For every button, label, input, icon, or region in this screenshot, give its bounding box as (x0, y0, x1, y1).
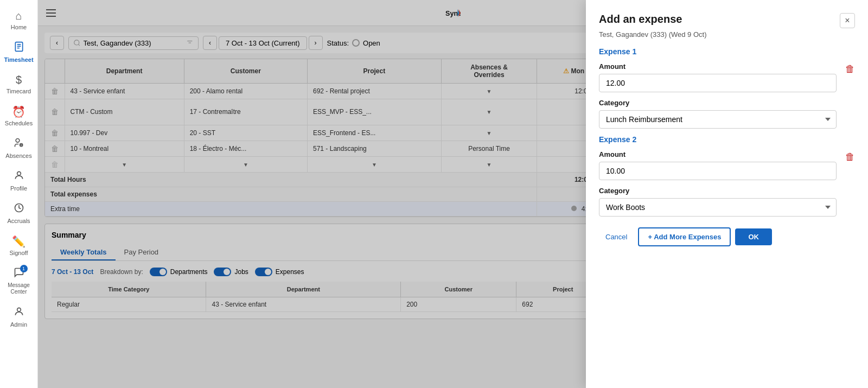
sidebar-item-absences[interactable]: Absences (0, 132, 37, 164)
timecard-icon: $ (16, 74, 22, 86)
svg-point-4 (16, 139, 20, 143)
sidebar-item-schedules[interactable]: ⏰ Schedules (0, 100, 37, 132)
sidebar-item-timecard[interactable]: $ Timecard (0, 68, 37, 100)
absences-icon (14, 137, 24, 151)
expense-1-amount-input[interactable] (599, 74, 837, 92)
sidebar-item-home[interactable]: ⌂ Home (0, 4, 37, 36)
expense-panel: Add an expense × Test, Gagandev (333) (W… (586, 0, 868, 388)
delete-expense-1-icon[interactable]: 🗑 (845, 63, 855, 75)
expense-2-fields: Amount Category Lunch Reimbursement Work… (599, 150, 837, 223)
expense-2-title: Expense 2 (599, 135, 855, 144)
ok-button[interactable]: OK (735, 228, 772, 245)
sidebar-item-label: Accruals (7, 218, 30, 224)
schedules-icon: ⏰ (12, 105, 25, 118)
accruals-icon (14, 202, 24, 216)
timesheet-icon (14, 41, 24, 55)
expense-1-category-label: Category (599, 99, 837, 107)
sidebar-item-accruals[interactable]: Accruals (0, 197, 37, 230)
close-button[interactable]: × (840, 13, 855, 28)
sidebar-item-label: Schedules (5, 120, 33, 126)
sidebar: ⌂ Home Timesheet $ Timecard ⏰ Schedules … (0, 0, 38, 388)
sidebar-item-label: Admin (10, 321, 27, 328)
message-badge: 1 (20, 265, 28, 272)
sidebar-item-profile[interactable]: Profile (0, 164, 37, 197)
expense-1-fields: Amount Category Lunch Reimbursement Work… (599, 62, 837, 135)
svg-point-6 (17, 171, 21, 175)
sidebar-item-label: Profile (10, 185, 27, 192)
cancel-button[interactable]: Cancel (599, 228, 634, 245)
sidebar-item-admin[interactable]: Admin (0, 301, 37, 333)
expense-1-category-select[interactable]: Lunch Reimbursement Work Boots Travel Ot… (599, 110, 837, 129)
expense-1-title: Expense 1 (599, 47, 855, 56)
message-center-icon: 1 (14, 267, 24, 281)
svg-point-8 (17, 308, 21, 311)
add-more-expenses-button[interactable]: + Add More Expenses (638, 227, 731, 246)
expense-2-category-select[interactable]: Lunch Reimbursement Work Boots Travel Ot… (599, 198, 837, 217)
admin-icon (14, 306, 24, 320)
profile-icon (14, 170, 24, 183)
sidebar-item-label: Timecard (7, 88, 31, 94)
expense-2-category-label: Category (599, 187, 837, 195)
expense-1-block: Amount Category Lunch Reimbursement Work… (599, 62, 855, 135)
expense-2-block: Amount Category Lunch Reimbursement Work… (599, 150, 855, 223)
sidebar-item-message-center[interactable]: 1 MessageCenter (0, 262, 37, 301)
sidebar-item-label: Timesheet (4, 56, 33, 63)
sidebar-item-label: Home (11, 24, 27, 30)
panel-subtitle: Test, Gagandev (333) (Wed 9 Oct) (599, 30, 855, 39)
sidebar-item-signoff[interactable]: ✏️ Signoff (0, 230, 37, 262)
sidebar-item-timesheet[interactable]: Timesheet (0, 36, 37, 68)
panel-title: Add an expense (599, 13, 682, 26)
expense-1-amount-label: Amount (599, 62, 837, 71)
sidebar-item-label: MessageCenter (8, 282, 30, 295)
home-icon: ⌂ (15, 10, 22, 22)
delete-expense-2-icon[interactable]: 🗑 (845, 151, 855, 163)
panel-actions: Cancel + Add More Expenses OK (599, 227, 855, 246)
sidebar-item-label: Absences (5, 152, 31, 159)
expense-2-amount-input[interactable] (599, 162, 837, 180)
sidebar-item-label: Signoff (9, 250, 28, 256)
signoff-icon: ✏️ (12, 235, 25, 248)
expense-2-amount-label: Amount (599, 150, 837, 158)
panel-header: Add an expense × (599, 13, 855, 28)
